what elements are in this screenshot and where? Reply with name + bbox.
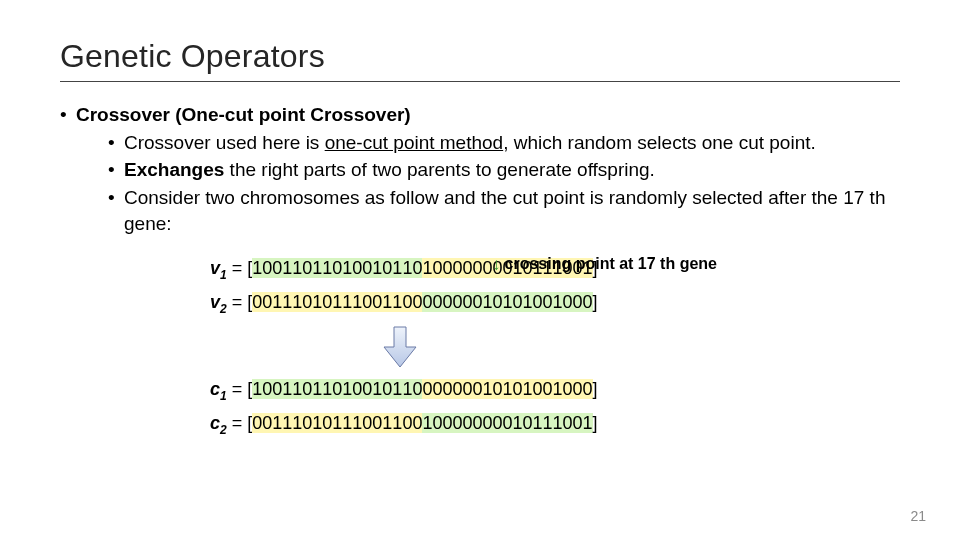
v1-letter: v (210, 258, 220, 278)
c1-left: 10011011010010110 (252, 379, 422, 399)
annot-text: crossing point at 17 th gene (505, 255, 717, 272)
sub1-c: , which random selects one cut point. (503, 132, 816, 153)
close3: ] (593, 379, 598, 399)
eq1: = [ (227, 258, 253, 278)
child-c1: c1 = [1001101101001011000000010101001000… (210, 379, 900, 403)
offspring-arrow-icon (380, 325, 900, 369)
close2: ] (593, 292, 598, 312)
sub1-b: one-cut point method (325, 132, 504, 153)
c2-left: 00111010111001100 (252, 413, 422, 433)
c1-sym: c1 (210, 379, 227, 399)
sub1-a: Crossover used here is (124, 132, 325, 153)
eq4: = [ (227, 413, 253, 433)
v2-sub: 2 (220, 301, 227, 315)
bullet-list: Crossover (One-cut point Crossover) Cros… (60, 102, 900, 236)
eq3: = [ (227, 379, 253, 399)
sub2-b: the right parts of two parents to genera… (224, 159, 655, 180)
c1-right: 00000010101001000 (422, 379, 592, 399)
crossing-point-annotation: ↓crossing point at 17 th gene (492, 254, 717, 274)
sub-item-3: Consider two chromosomes as follow and t… (108, 185, 900, 236)
v1-left: 10011011010010110 (252, 258, 422, 278)
sub-item-2: Exchanges the right parts of two parents… (108, 157, 900, 183)
down-arrow-icon: ↓ (492, 255, 501, 275)
v2-right: 00000010101001000 (422, 292, 592, 312)
child-c2: c2 = [0011101011100110010000000010111001… (210, 413, 900, 437)
v2-left: 00111010111001100 (252, 292, 422, 312)
v1-sub: 1 (220, 268, 227, 282)
v1-sym: v1 (210, 258, 227, 278)
sub2-a: Exchanges (124, 159, 224, 180)
crossover-diagram: ↓crossing point at 17 th gene v1 = [1001… (210, 258, 900, 436)
c2-sym: c2 (210, 413, 227, 433)
close4: ] (593, 413, 598, 433)
bullet-main-text: Crossover (One-cut point Crossover) (76, 104, 411, 125)
c2-letter: c (210, 413, 220, 433)
v2-letter: v (210, 292, 220, 312)
v2-sym: v2 (210, 292, 227, 312)
eq2: = [ (227, 292, 253, 312)
c2-sub: 2 (220, 423, 227, 437)
bullet-main: Crossover (One-cut point Crossover) Cros… (60, 102, 900, 236)
sub-item-1: Crossover used here is one-cut point met… (108, 130, 900, 156)
c2-right: 10000000010111001 (422, 413, 592, 433)
slide-title: Genetic Operators (60, 38, 900, 82)
slide: Genetic Operators Crossover (One-cut poi… (0, 0, 960, 540)
c1-letter: c (210, 379, 220, 399)
sub-list: Crossover used here is one-cut point met… (108, 130, 900, 237)
page-number: 21 (910, 508, 926, 524)
c1-sub: 1 (220, 389, 227, 403)
parent-v2: v2 = [0011101011100110000000010101001000… (210, 292, 900, 316)
